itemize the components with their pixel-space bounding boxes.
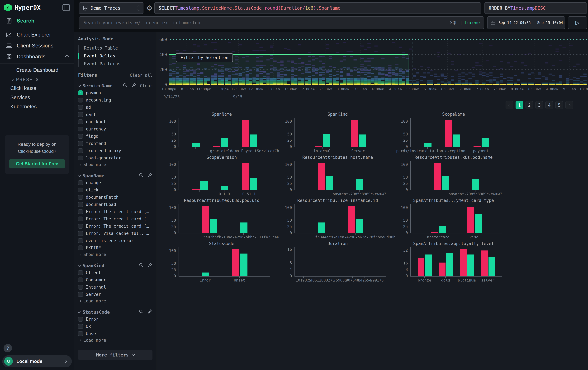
- mode-lucene[interactable]: Lucene: [465, 20, 480, 25]
- pin-filter-icon[interactable]: [147, 173, 152, 179]
- checkbox[interactable]: [78, 105, 83, 110]
- sidebar-item-search[interactable]: Search: [0, 15, 74, 27]
- pagination-prev[interactable]: [505, 101, 513, 109]
- filter-item[interactable]: checkout: [78, 118, 152, 125]
- sidebar-item-client-sessions[interactable]: Client Sessions: [0, 40, 74, 51]
- sidebar-collapse-icon[interactable]: [63, 4, 70, 11]
- checkbox[interactable]: [78, 98, 83, 102]
- filter-item[interactable]: ✓payment: [78, 89, 152, 96]
- checkbox[interactable]: ✓: [78, 90, 83, 95]
- filter-item[interactable]: Error: [78, 316, 152, 322]
- sidebar-item-chart-explorer[interactable]: Chart Explorer: [0, 29, 74, 40]
- more-filters-button[interactable]: More filters: [78, 350, 152, 360]
- checkbox[interactable]: [78, 270, 83, 275]
- search-filter-icon[interactable]: [139, 173, 144, 179]
- gear-icon[interactable]: ⚙: [146, 4, 152, 12]
- time-range-picker[interactable]: Sep 14 22:04:35 - Sep 15 10:04:35: [487, 16, 565, 29]
- checkbox[interactable]: [78, 141, 83, 146]
- pagination-next[interactable]: [566, 101, 573, 109]
- filter-item[interactable]: Error: The credit card (…: [78, 215, 152, 222]
- checkbox[interactable]: [78, 180, 83, 185]
- get-started-button[interactable]: Get Started for Free: [9, 159, 65, 169]
- filter-item[interactable]: accounting: [78, 97, 152, 103]
- filter-item[interactable]: frontend-proxy: [78, 147, 152, 154]
- show-more-button[interactable]: Load more: [78, 337, 152, 343]
- filter-item[interactable]: Server: [78, 291, 152, 298]
- source-select[interactable]: Demo Traces: [79, 2, 143, 14]
- filter-item[interactable]: frontend: [78, 140, 152, 147]
- filter-item[interactable]: Internal: [78, 284, 152, 290]
- filter-item[interactable]: click: [78, 186, 152, 193]
- checkbox[interactable]: [78, 195, 83, 200]
- sidebar-preset-kubernetes[interactable]: Kubernetes: [0, 102, 74, 111]
- filter-item[interactable]: Consumer: [78, 276, 152, 283]
- filter-item[interactable]: flagd: [78, 133, 152, 140]
- checkbox[interactable]: [78, 209, 83, 214]
- filter-item[interactable]: Error: The credit card (…: [78, 223, 152, 230]
- checkbox[interactable]: [78, 127, 83, 131]
- pagination-page-3[interactable]: 3: [536, 101, 543, 109]
- filter-item[interactable]: Ok: [78, 323, 152, 330]
- sidebar-preset-clickhouse[interactable]: ClickHouse: [0, 84, 74, 93]
- checkbox[interactable]: [78, 245, 83, 250]
- show-more-button[interactable]: Show more: [78, 251, 152, 258]
- filter-item[interactable]: EXPIRE: [78, 244, 152, 251]
- presets-header[interactable]: PRESETS: [0, 75, 74, 84]
- checkbox[interactable]: [78, 112, 83, 117]
- analysis-mode-option[interactable]: Event Patterns: [81, 60, 152, 68]
- clear-all-button[interactable]: Clear all: [130, 73, 152, 78]
- clear-filter-button[interactable]: Clear: [140, 83, 152, 88]
- order-by-input[interactable]: ORDER BY Timestamp DESC: [484, 2, 587, 14]
- filter-group-name[interactable]: SpanName: [83, 173, 104, 178]
- filter-item[interactable]: load-generator: [78, 154, 152, 161]
- filter-item[interactable]: eventListener.error: [78, 237, 152, 244]
- filter-item[interactable]: currency: [78, 125, 152, 132]
- checkbox[interactable]: [78, 317, 83, 321]
- checkbox[interactable]: [78, 231, 83, 236]
- search-filter-icon[interactable]: [139, 262, 144, 269]
- filter-item[interactable]: cart: [78, 111, 152, 118]
- checkbox[interactable]: [78, 134, 83, 139]
- filter-item[interactable]: Error: Visa cache full: …: [78, 230, 152, 237]
- checkbox[interactable]: [78, 292, 83, 297]
- pin-filter-icon[interactable]: [147, 262, 152, 269]
- filter-by-selection-button[interactable]: Filter by Selection: [176, 53, 233, 62]
- checkbox[interactable]: [78, 238, 83, 243]
- analysis-mode-option[interactable]: Results Table: [81, 44, 152, 52]
- search-filter-icon[interactable]: [139, 309, 144, 315]
- checkbox[interactable]: [78, 119, 83, 124]
- filter-item[interactable]: documentLoad: [78, 201, 152, 208]
- checkbox[interactable]: [78, 217, 83, 221]
- filter-item[interactable]: change: [78, 179, 152, 186]
- user-menu[interactable]: U Local mode: [2, 355, 72, 367]
- checkbox[interactable]: [78, 224, 83, 229]
- mode-sql[interactable]: SQL: [450, 20, 458, 25]
- show-more-button[interactable]: Show more: [78, 161, 152, 168]
- filter-item[interactable]: ad: [78, 104, 152, 111]
- pagination-page-5[interactable]: 5: [556, 101, 563, 109]
- filter-group-name[interactable]: SpanKind: [83, 263, 104, 268]
- sidebar-item-dashboards[interactable]: Dashboards: [0, 51, 74, 62]
- sql-select-input[interactable]: SELECT Timestamp, ServiceName, StatusCod…: [154, 2, 481, 14]
- checkbox[interactable]: [78, 324, 83, 329]
- search-filter-icon[interactable]: [123, 83, 128, 89]
- search-input[interactable]: [83, 20, 450, 26]
- show-more-button[interactable]: Load more: [78, 298, 152, 304]
- checkbox[interactable]: [78, 148, 83, 153]
- checkbox[interactable]: [78, 156, 83, 160]
- pin-filter-icon[interactable]: [131, 83, 136, 89]
- filter-item[interactable]: Error: The credit card (…: [78, 208, 152, 215]
- run-query-button[interactable]: ▷: [568, 16, 587, 29]
- pagination-page-2[interactable]: 2: [525, 101, 533, 109]
- sidebar-preset-services[interactable]: Services: [0, 93, 74, 102]
- pin-filter-icon[interactable]: [147, 309, 152, 315]
- checkbox[interactable]: [78, 285, 83, 290]
- checkbox[interactable]: [78, 278, 83, 282]
- filter-item[interactable]: Client: [78, 269, 152, 276]
- filter-group-name[interactable]: StatusCode: [83, 310, 110, 315]
- filter-group-name[interactable]: ServiceName: [83, 83, 112, 89]
- create-dashboard-button[interactable]: + Create Dashboard: [0, 65, 74, 75]
- checkbox[interactable]: [78, 188, 83, 192]
- help-button[interactable]: ?: [4, 344, 12, 352]
- pagination-page-1[interactable]: 1: [515, 101, 523, 109]
